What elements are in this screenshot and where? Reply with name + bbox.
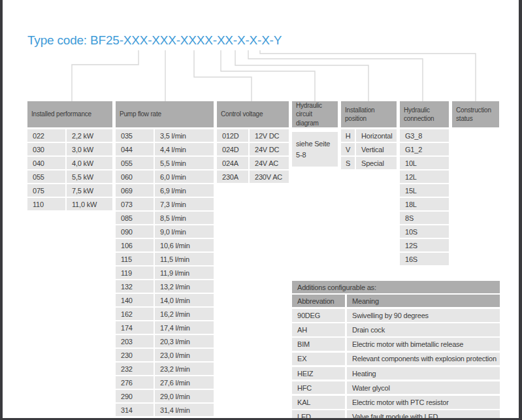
value-cell: 17,4 l/min (155, 321, 214, 334)
page-title: Type code: BF25-XXX-XXX-XXXX-XX-X-X-X-Y (27, 33, 282, 48)
table-row: 14014,0 l/min (116, 294, 214, 306)
column-header-installation-position: Installation position (341, 101, 397, 127)
value-cell: G3_8 (400, 129, 449, 142)
additions-header-row: Abbrevation Meaning (292, 295, 500, 307)
table-row: 0909,0 l/min (116, 225, 214, 238)
table-row: HEIZHeating (292, 367, 500, 380)
table-row: 16216,2 l/min (116, 308, 214, 320)
code-cell: V (341, 143, 355, 155)
code-cell: 162 (116, 308, 154, 320)
value-cell: 12S (400, 239, 449, 251)
table-row: 27627,6 l/min (116, 376, 214, 389)
table-row: 10L (400, 157, 449, 169)
code-cell: 044 (116, 143, 154, 155)
value-cell: 23,2 l/min (155, 363, 214, 375)
value-cell: 5,5 kW (67, 170, 112, 183)
installed-performance-rows: 0222,2 kW0303,0 kW0404,0 kW0555,5 kW0757… (27, 129, 112, 210)
page-right-border (519, 0, 522, 420)
table-row: 12L (400, 170, 449, 183)
code-cell: HEIZ (292, 367, 345, 380)
code-cell: 90DEG (292, 309, 345, 322)
column-control-voltage: Control voltage 012D12V DC024D24V DC024A… (217, 101, 289, 184)
table-row: 0858,5 l/min (116, 212, 214, 224)
value-cell: Swivelling by 90 degrees (347, 309, 500, 322)
additions-title: Additions configurable as: (292, 281, 500, 293)
table-row: 0737,3 l/min (116, 198, 214, 210)
value-cell: 10,6 l/min (155, 239, 214, 251)
code-cell: 030 (27, 143, 65, 155)
value-cell: 27,6 l/min (155, 376, 214, 389)
column-construction-status: Construction status (452, 101, 499, 127)
table-row: BIMElectric motor with bimetallic releas… (292, 338, 500, 351)
value-cell: Vertical (356, 143, 397, 155)
additions-header-meaning: Meaning (347, 295, 500, 307)
table-row: 18L (400, 198, 449, 210)
code-cell: 022 (27, 129, 65, 142)
table-row: 0222,2 kW (27, 129, 112, 142)
value-cell: 6,0 l/min (155, 170, 214, 183)
value-cell: Electric motor with bimetallic release (347, 338, 500, 351)
column-installation-position: Installation position HHorizontalVVertic… (341, 101, 397, 170)
additions-rows: 90DEGSwivelling by 90 degreesAHDrain coc… (292, 309, 500, 420)
code-cell: HFC (292, 381, 345, 395)
value-cell: Special (356, 157, 397, 169)
code-cell: 230A (217, 170, 248, 183)
value-cell: 10L (400, 157, 449, 169)
hydraulic-connection-rows: G3_8G1_210L12L15L18L8S10S12S16S (400, 129, 449, 265)
code-cell: 110 (27, 198, 65, 210)
table-row: 0757,5 kW (27, 184, 112, 197)
table-row: 16S (400, 253, 449, 265)
value-cell: 18L (400, 198, 449, 210)
code-cell: 085 (116, 212, 154, 224)
code-cell: BIM (292, 338, 345, 351)
code-cell: 040 (27, 157, 65, 169)
value-cell: 3,0 kW (67, 143, 112, 155)
code-cell: 069 (116, 184, 154, 197)
column-header-hydraulic-circuit-diagram: Hydraulic circuit diagram (292, 101, 338, 127)
value-cell: 16,2 l/min (155, 308, 214, 320)
code-cell: 035 (116, 129, 154, 142)
table-row: 0444,4 l/min (116, 143, 214, 155)
code-cell: 203 (116, 335, 154, 347)
code-cell: 314 (116, 404, 154, 416)
type-code-page: Type code: BF25-XXX-XXX-XXXX-XX-X-X-X-Y … (0, 0, 522, 420)
column-pump-flow-rate: Pump flow rate 0353,5 l/min0444,4 l/min0… (116, 101, 214, 417)
table-row: 11511,5 l/min (116, 253, 214, 265)
connector-installed-performance (72, 50, 139, 101)
table-row: 024D24V DC (217, 143, 289, 155)
code-cell: S (341, 157, 355, 169)
table-row: 012D12V DC (217, 129, 289, 142)
table-row: 17417,4 l/min (116, 321, 214, 334)
code-cell: 024D (217, 143, 248, 155)
value-cell: 14,0 l/min (155, 294, 214, 306)
table-row: 0606,0 l/min (116, 170, 214, 183)
code-cell: 075 (27, 184, 65, 197)
table-row: 230A230V AC (217, 170, 289, 183)
additions-header-abbrevation: Abbrevation (292, 295, 345, 307)
value-cell: 24V DC (250, 143, 289, 155)
code-cell: H (341, 129, 355, 142)
table-row: 0404,0 kW (27, 157, 112, 169)
table-row: 0696,9 l/min (116, 184, 214, 197)
value-cell: Electric motor with PTC resistor (347, 396, 500, 409)
table-row: 13213,2 l/min (116, 280, 214, 293)
column-header-hydraulic-connection: Hydraulic connection (400, 101, 449, 127)
value-cell: 4,4 l/min (155, 143, 214, 155)
table-row: HFCWater glycol (292, 381, 500, 395)
column-header-installed-performance: Installed performance (27, 101, 112, 127)
table-row: 0303,0 kW (27, 143, 112, 155)
code-cell: 290 (116, 390, 154, 402)
code-cell: 012D (217, 129, 248, 142)
value-cell: 29,0 l/min (155, 390, 214, 402)
table-row: SSpecial (341, 157, 397, 169)
code-cell: 024A (217, 157, 248, 169)
value-cell: 24V AC (250, 157, 289, 169)
value-cell: 4,0 kW (67, 157, 112, 169)
value-cell: 31,4 l/min (155, 404, 214, 416)
value-cell: Relevant components with explosion prote… (347, 353, 500, 366)
value-cell: 230V AC (250, 170, 289, 183)
value-cell: G1_2 (400, 143, 449, 155)
table-row: KALElectric motor with PTC resistor (292, 396, 500, 409)
value-cell: 11,5 l/min (155, 253, 214, 265)
column-header-pump-flow-rate: Pump flow rate (116, 101, 214, 127)
